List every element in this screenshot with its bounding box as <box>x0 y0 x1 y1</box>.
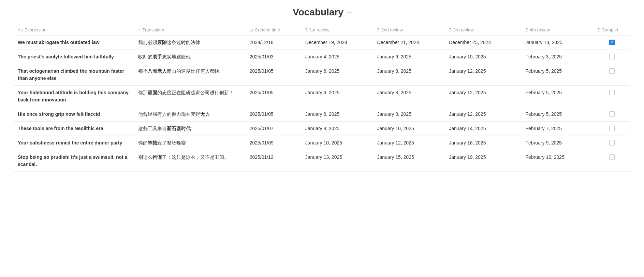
review4-cell: February 5, 2025 <box>522 64 594 86</box>
review1-date: January 6, 2025 <box>305 90 339 95</box>
review2-date: January 8, 2025 <box>377 111 411 117</box>
review4-cell: February 12, 2025 <box>522 150 594 172</box>
complete-checkbox[interactable] <box>609 68 615 74</box>
complete-cell[interactable] <box>593 150 630 172</box>
translation-text: 你那顽固的态度正在阻碍这家公司进行创新！ <box>138 90 234 95</box>
table-row: Your oafishness ruined the entire dinner… <box>14 136 630 150</box>
complete-cell[interactable] <box>593 107 630 122</box>
review4-date: February 7, 2025 <box>526 126 562 131</box>
review4-cell: February 9, 2025 <box>522 136 594 150</box>
page-title: Vocabulary <box>293 7 343 18</box>
complete-cell[interactable] <box>593 36 630 50</box>
review2-date: January 15, 2025 <box>377 154 414 160</box>
review1-cell: January 13, 2025 <box>301 150 373 172</box>
review3-date: January 12, 2025 <box>449 111 486 117</box>
review4-date: February 3, 2025 <box>526 54 562 59</box>
col-header-expression[interactable]: Aa Expression <box>14 25 134 36</box>
col-header-review3[interactable]: Σ 3rd review <box>445 25 521 36</box>
created-cell: 2024/12/18 <box>246 36 301 50</box>
review1-date: January 10, 2025 <box>305 140 342 146</box>
review4-date: January 18, 2025 <box>526 40 562 45</box>
created-cell: 2025/01/05 <box>246 107 301 122</box>
col-header-review2[interactable]: Σ 2nd review <box>373 25 445 36</box>
review3-date: January 10, 2025 <box>449 54 486 59</box>
review3-date: January 12, 2025 <box>449 68 486 74</box>
review1-cell: January 4, 2025 <box>301 50 373 64</box>
review2-cell: January 8, 2025 <box>373 64 445 86</box>
complete-cell[interactable] <box>593 86 630 107</box>
complete-cell[interactable] <box>593 64 630 86</box>
translation-cell: 他曾经强有力的握力现在变得无力 <box>134 107 245 122</box>
review2-cell: January 6, 2025 <box>373 50 445 64</box>
table-body: We must abrogate this outdated law我们必须废除… <box>14 36 630 172</box>
complete-checkbox[interactable] <box>609 54 615 59</box>
table-wrapper: Aa Expression ≡ Translation ⊡ Crea <box>14 25 630 172</box>
review1-date: January 13, 2025 <box>305 154 342 160</box>
table-row: We must abrogate this outdated law我们必须废除… <box>14 36 630 50</box>
review2-col-icon: Σ <box>377 28 380 32</box>
review4-date: February 5, 2025 <box>526 68 562 74</box>
translation-text: 别这么拘谨了！这只是泳衣，又不是丑闻。 <box>138 154 229 160</box>
review1-cell: January 6, 2025 <box>301 107 373 122</box>
complete-checkbox[interactable] <box>609 90 615 95</box>
review3-date: December 25, 2024 <box>449 40 491 45</box>
expression-cell: We must abrogate this outdated law <box>14 36 134 50</box>
review4-date: February 9, 2025 <box>526 140 562 146</box>
more-options-icon[interactable]: ··· <box>346 9 351 16</box>
page-header: Vocabulary ··· <box>14 7 630 18</box>
created-cell: 2025/01/05 <box>246 64 301 86</box>
translation-text: 我们必须废除这条过时的法律 <box>138 40 200 45</box>
translation-cell: 你的笨拙毁了整场晚宴 <box>134 136 245 150</box>
review4-date: February 5, 2025 <box>526 111 562 117</box>
translation-text: 你的笨拙毁了整场晚宴 <box>138 140 186 146</box>
review1-date: January 6, 2025 <box>305 68 339 74</box>
expression-col-icon: Aa <box>18 28 23 32</box>
review2-date: January 10, 2025 <box>377 126 414 131</box>
review4-cell: February 5, 2025 <box>522 107 594 122</box>
complete-cell[interactable] <box>593 122 630 136</box>
col-header-translation[interactable]: ≡ Translation <box>134 25 245 36</box>
complete-checkbox[interactable] <box>609 154 615 160</box>
created-cell: 2025/01/12 <box>246 150 301 172</box>
review1-date: December 19, 2024 <box>305 40 347 45</box>
review2-cell: January 12, 2025 <box>373 136 445 150</box>
review2-date: January 12, 2025 <box>377 140 414 146</box>
expression-text: We must abrogate this outdated law <box>18 40 99 45</box>
col-header-created[interactable]: ⊡ Created time <box>246 25 301 36</box>
review2-cell: January 8, 2025 <box>373 107 445 122</box>
translation-col-icon: ≡ <box>138 28 141 32</box>
created-col-icon: ⊡ <box>250 28 253 32</box>
col-header-review1[interactable]: Σ 1st review <box>301 25 373 36</box>
complete-checkbox[interactable] <box>609 40 615 45</box>
review2-date: January 8, 2025 <box>377 90 411 95</box>
review4-date: February 5, 2025 <box>526 90 562 95</box>
review3-cell: January 12, 2025 <box>445 64 521 86</box>
review4-cell: February 5, 2025 <box>522 86 594 107</box>
review1-cell: January 8, 2025 <box>301 122 373 136</box>
col-header-complete[interactable]: Σ Complet <box>593 25 630 36</box>
translation-text: 这些工具来自新石器时代 <box>138 126 191 131</box>
complete-checkbox[interactable] <box>609 140 615 146</box>
expression-cell: The priest's acolyte followed him faithf… <box>14 50 134 64</box>
review3-date: January 19, 2025 <box>449 154 486 160</box>
col-header-review4[interactable]: Σ 4th review <box>522 25 594 36</box>
complete-checkbox[interactable] <box>609 111 615 117</box>
expression-cell: That octogenarian climbed the mountain f… <box>14 64 134 86</box>
review4-cell: February 7, 2025 <box>522 122 594 136</box>
expression-text: Stop being so prudish! It's just a swims… <box>18 154 127 167</box>
review1-col-icon: Σ <box>305 28 308 32</box>
expression-cell: These tools are from the Neolithic era <box>14 122 134 136</box>
review4-cell: February 3, 2025 <box>522 50 594 64</box>
translation-cell: 牧师的助手忠实地跟随他 <box>134 50 245 64</box>
review1-date: January 8, 2025 <box>305 126 339 131</box>
expression-cell: Your hidebound attitude is holding this … <box>14 86 134 107</box>
created-cell: 2025/01/03 <box>246 50 301 64</box>
review3-cell: January 10, 2025 <box>445 50 521 64</box>
review4-col-icon: Σ <box>526 28 528 32</box>
complete-col-icon: Σ <box>597 28 600 32</box>
review4-date: February 12, 2025 <box>526 154 565 160</box>
complete-cell[interactable] <box>593 50 630 64</box>
complete-cell[interactable] <box>593 136 630 150</box>
complete-checkbox[interactable] <box>609 126 615 131</box>
review3-cell: January 12, 2025 <box>445 86 521 107</box>
